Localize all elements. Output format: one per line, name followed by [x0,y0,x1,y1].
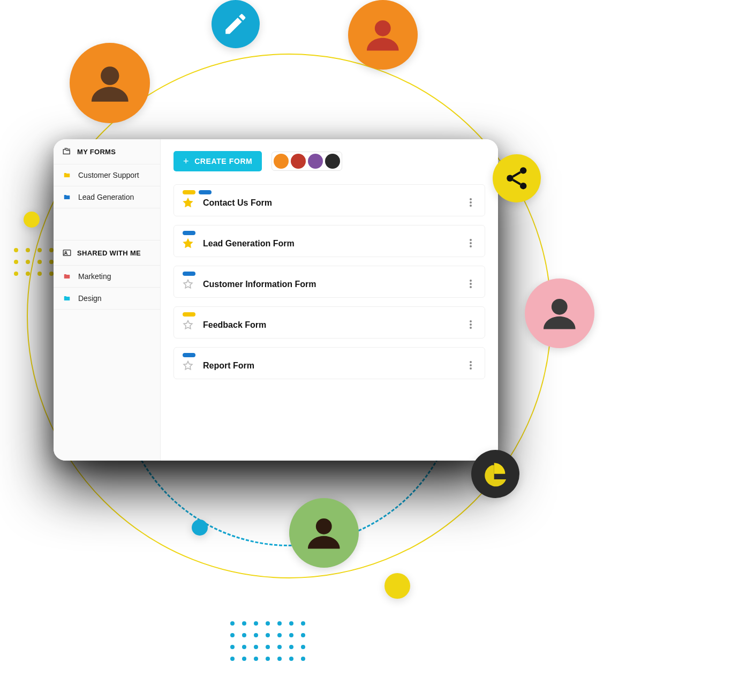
orbit-dot-teal-small [192,520,208,536]
star-icon[interactable] [183,360,193,371]
pencil-icon [222,11,249,37]
sidebar-header-my-forms-label: MY FORMS [77,148,116,156]
sidebar-item-design[interactable]: Design [54,288,160,310]
share-bubble [493,154,541,202]
dot-grid-left [14,248,54,276]
person-icon [540,294,579,333]
sidebar-item-marketing[interactable]: Marketing [54,266,160,288]
collaborator-avatar [291,154,306,169]
form-card[interactable]: Lead Generation Form [174,225,485,257]
svg-point-1 [507,175,513,182]
svg-point-23 [470,367,472,370]
card-tags [183,190,476,194]
dot-grid-bottom [230,621,305,661]
orbit-dot-yellow-medium [384,573,410,599]
form-title: Report Form [203,361,254,371]
svg-point-2 [520,183,526,189]
svg-point-18 [470,320,472,322]
form-title: Contact Us Form [203,198,272,208]
svg-point-19 [470,323,472,326]
form-title: Customer Information Form [203,280,316,289]
form-card[interactable]: Contact Us Form [174,184,485,216]
sidebar: MY FORMS Customer SupportLead Generation… [54,139,161,461]
svg-point-13 [470,242,472,244]
sidebar-item-label: Lead Generation [78,193,134,201]
folder-icon [62,295,72,302]
sidebar-item-label: Customer Support [78,171,139,179]
more-options-button[interactable] [465,319,476,330]
chart-bubble [471,450,519,498]
person-icon [305,514,343,552]
sidebar-header-my-forms: MY FORMS [54,139,160,164]
svg-point-5 [552,299,568,315]
collaborator-avatar [274,154,289,169]
topbar: + CREATE FORM [174,151,485,171]
tag-blue [183,353,195,357]
svg-point-12 [470,239,472,241]
card-tags [183,353,476,357]
collaborator-avatars[interactable] [272,152,342,171]
sidebar-item-lead-generation[interactable]: Lead Generation [54,186,160,208]
share-icon [503,165,530,192]
svg-point-9 [470,198,472,200]
svg-point-0 [520,167,526,174]
pie-chart-icon [482,461,509,487]
svg-point-17 [470,286,472,288]
folder-icon [62,193,72,201]
collaborator-avatar [308,154,323,169]
star-icon[interactable] [183,279,193,290]
sidebar-header-shared-label: SHARED WITH ME [77,249,141,257]
avatar-bubble-3 [525,279,594,348]
app-window: MY FORMS Customer SupportLead Generation… [54,139,498,461]
svg-point-15 [470,280,472,282]
sidebar-item-label: Design [78,294,102,303]
svg-point-21 [470,361,472,363]
form-card[interactable]: Feedback Form [174,306,485,338]
tag-blue [183,272,195,276]
more-options-button[interactable] [465,279,476,289]
svg-point-4 [375,20,391,36]
form-title: Lead Generation Form [203,239,295,249]
star-icon[interactable] [183,238,193,249]
tag-blue [199,190,212,194]
svg-point-11 [470,205,472,207]
create-form-button[interactable]: + CREATE FORM [174,151,262,171]
sidebar-item-customer-support[interactable]: Customer Support [54,164,160,186]
card-tags [183,272,476,276]
collaborator-avatar [325,154,340,169]
person-icon [364,16,402,54]
create-form-label: CREATE FORM [194,157,252,165]
more-options-button[interactable] [465,197,476,208]
svg-point-20 [470,327,472,329]
tag-blue [183,231,195,235]
card-tags [183,231,476,235]
sidebar-spacer [54,208,160,240]
orbit-dot-yellow-small [24,212,40,228]
form-card[interactable]: Customer Information Form [174,266,485,298]
form-list: Contact Us Form Lead Generation Form Cus… [174,184,485,379]
svg-point-3 [101,66,119,85]
more-options-button[interactable] [465,238,476,249]
avatar-bubble-1 [70,43,150,123]
avatar-bubble-4 [289,498,359,568]
folder-icon [62,171,72,179]
folders-icon [62,147,72,156]
tag-yellow [183,190,195,194]
tag-yellow [183,312,195,317]
sidebar-item-label: Marketing [78,272,111,281]
form-title: Feedback Form [203,320,266,330]
person-icon [88,61,132,106]
form-card[interactable]: Report Form [174,347,485,379]
edit-bubble [212,0,260,48]
svg-point-22 [470,364,472,366]
avatar-bubble-2 [348,0,418,70]
more-options-button[interactable] [465,360,476,371]
plus-icon: + [183,156,189,166]
svg-point-8 [65,252,66,253]
star-icon[interactable] [183,198,193,208]
svg-point-14 [470,245,472,247]
star-icon[interactable] [183,320,193,330]
svg-point-6 [316,518,332,535]
card-tags [183,312,476,317]
svg-point-16 [470,283,472,285]
